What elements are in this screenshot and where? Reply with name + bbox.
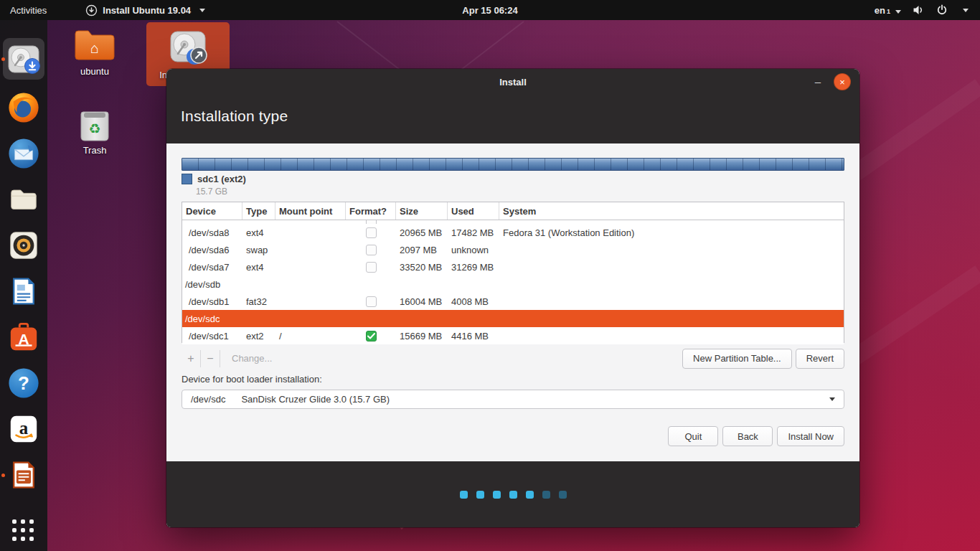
format-checkbox[interactable] — [366, 245, 377, 255]
legend-partition-name: sdc1 (ext2) — [197, 174, 246, 184]
cell-used: 4008 MB — [448, 296, 499, 307]
partition-table: Device Type Mount point Format? Size Use… — [182, 202, 844, 343]
power-icon[interactable] — [936, 4, 948, 16]
table-row-sda7[interactable]: /dev/sda7 ext4 33520 MB 31269 MB — [182, 258, 844, 276]
keyboard-layout-indicator[interactable]: en1 — [875, 5, 901, 16]
firefox-icon — [7, 91, 40, 124]
libreoffice-writer-icon — [8, 276, 39, 307]
format-checkbox-checked[interactable] — [366, 331, 377, 342]
window-header: Installation type — [166, 95, 859, 143]
cell-device: /dev/sda7 — [182, 262, 242, 273]
bootloader-device-description: SanDisk Cruzer Glide 3.0 (15.7 GB) — [241, 394, 390, 405]
cell-device: /dev/sdb — [182, 279, 844, 290]
volume-icon[interactable] — [913, 4, 925, 16]
libreoffice-impress-icon — [8, 459, 39, 491]
desktop-icon-label: Trash — [83, 145, 107, 156]
column-header-size[interactable]: Size — [396, 202, 448, 220]
cell-size: 2097 MB — [396, 245, 448, 255]
add-partition-button[interactable]: + — [182, 349, 200, 368]
format-checkbox[interactable] — [366, 296, 377, 307]
system-menu-chevron-icon[interactable] — [963, 9, 969, 12]
window-titlebar[interactable]: Install – × — [166, 69, 859, 95]
column-header-type[interactable]: Type — [242, 202, 275, 220]
close-button[interactable]: × — [834, 73, 851, 90]
table-row-sda6[interactable]: /dev/sda6 swap 2097 MB unknown — [182, 241, 844, 258]
cell-device: /dev/sdc1 — [182, 331, 242, 342]
top-bar: Activities Install Ubuntu 19.04 Apr 15 0… — [0, 0, 980, 20]
column-header-format[interactable]: Format? — [346, 202, 396, 220]
dock-item-rhythmbox[interactable] — [6, 228, 41, 263]
format-checkbox[interactable] — [366, 227, 377, 238]
dock-item-files[interactable] — [6, 182, 41, 217]
svg-text:?: ? — [18, 373, 29, 393]
table-row-sda8[interactable]: /dev/sda8 ext4 20965 MB 17482 MB Fedora … — [182, 224, 844, 241]
back-button[interactable]: Back — [722, 426, 773, 446]
dialog-actions: Quit Back Install Now — [668, 426, 844, 446]
desktop-icon-label: ubuntu — [80, 66, 109, 77]
cell-system: Fedora 31 (Workstation Edition) — [499, 227, 844, 238]
installer-symbolic-icon — [85, 4, 98, 17]
window-title: Install — [499, 77, 527, 88]
desktop-icon-ubuntu-folder[interactable]: ⌂ ubuntu — [63, 27, 126, 77]
window-footer — [166, 461, 859, 527]
cell-mount: / — [275, 331, 346, 342]
minimize-button[interactable]: – — [812, 78, 824, 85]
home-folder-icon: ⌂ — [72, 27, 117, 63]
keyboard-layout-index: 1 — [887, 8, 890, 15]
column-header-mount[interactable]: Mount point — [275, 202, 346, 220]
column-header-used[interactable]: Used — [448, 202, 499, 220]
files-folder-icon — [7, 183, 40, 216]
cell-device: /dev/sdc — [182, 314, 844, 324]
table-row-sdb1[interactable]: /dev/sdb1 fat32 16004 MB 4008 MB — [182, 293, 844, 310]
show-applications-button[interactable] — [12, 519, 35, 542]
quit-button[interactable]: Quit — [668, 426, 718, 446]
dock-item-ubuntu-software[interactable]: A — [6, 320, 41, 354]
partition-usage-bar — [182, 158, 844, 171]
new-partition-table-button[interactable]: New Partition Table... — [682, 349, 792, 369]
app-menu[interactable]: Install Ubuntu 19.04 — [85, 4, 205, 17]
help-icon: ? — [7, 367, 40, 400]
ubuntu-software-icon: A — [7, 321, 40, 354]
desktop-icon-trash[interactable]: ♻ Trash — [63, 105, 126, 156]
chevron-down-icon — [895, 10, 901, 14]
legend-color-swatch — [182, 174, 192, 184]
cell-type: ext4 — [242, 262, 275, 273]
svg-text:A: A — [18, 331, 29, 347]
bootloader-label: Device for boot loader installation: — [182, 374, 322, 385]
cell-type: ext2 — [242, 331, 275, 342]
install-window: Install – × Installation type sdc1 (ext2… — [166, 69, 859, 527]
dock-item-amazon[interactable]: a — [6, 412, 41, 446]
dock-item-help[interactable]: ? — [6, 366, 41, 400]
chevron-down-icon — [199, 9, 205, 12]
partition-legend: sdc1 (ext2) — [182, 174, 246, 184]
remove-partition-button[interactable]: − — [201, 349, 220, 368]
dock-item-thunderbird[interactable] — [6, 136, 41, 171]
dock-item-libreoffice-writer[interactable] — [6, 274, 41, 309]
column-header-system[interactable]: System — [499, 202, 844, 220]
partition-toolbar: + − Change... New Partition Table... Rev… — [182, 348, 844, 369]
table-row-sdb[interactable]: /dev/sdb — [182, 276, 844, 293]
format-checkbox — [366, 220, 377, 224]
amazon-icon: a — [7, 413, 40, 446]
change-button[interactable]: Change... — [220, 353, 272, 364]
dock-item-libreoffice-impress[interactable] — [6, 458, 41, 492]
cell-used: 31269 MB — [448, 262, 499, 273]
table-row-sdc-selected[interactable]: /dev/sdc — [182, 310, 844, 327]
svg-text:a: a — [19, 418, 29, 438]
keyboard-layout-label: en — [875, 5, 885, 16]
cell-type: ext4 — [242, 227, 275, 238]
bootloader-device: /dev/sdc — [191, 394, 225, 405]
dock-item-firefox[interactable] — [6, 90, 41, 125]
bootloader-device-select[interactable]: /dev/sdc SanDisk Cruzer Glide 3.0 (15.7 … — [182, 390, 844, 409]
column-header-device[interactable]: Device — [182, 202, 242, 220]
format-checkbox[interactable] — [366, 262, 377, 273]
running-indicator-dot — [1, 57, 5, 61]
dock-item-ubuntu-installer[interactable] — [6, 42, 41, 76]
cell-size: 16004 MB — [396, 296, 448, 307]
activities-button[interactable]: Activities — [0, 0, 57, 20]
install-now-button[interactable]: Install Now — [777, 426, 844, 446]
cell-size: 33520 MB — [396, 262, 448, 273]
cell-device: /dev/sda8 — [182, 227, 242, 238]
table-row-sdc1[interactable]: /dev/sdc1 ext2 / 15669 MB 4416 MB — [182, 327, 844, 344]
revert-button[interactable]: Revert — [796, 349, 844, 369]
